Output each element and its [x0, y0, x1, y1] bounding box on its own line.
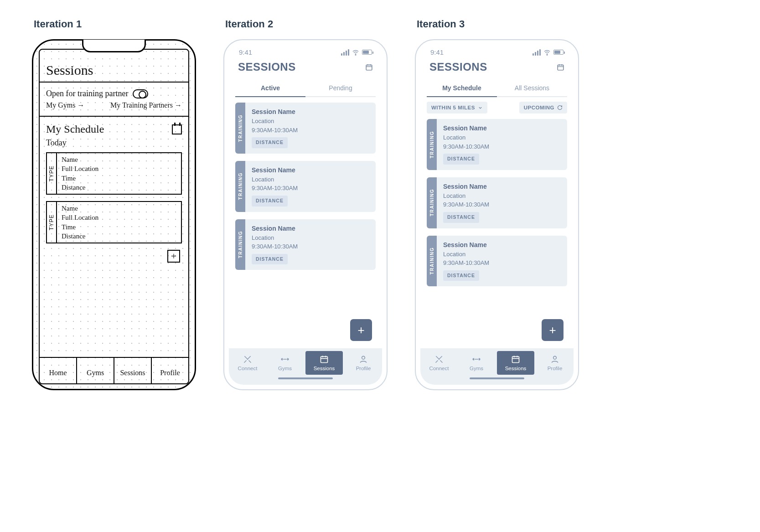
calendar-icon[interactable]: [172, 124, 182, 134]
nav-gyms[interactable]: Gyms: [458, 351, 495, 375]
sketch-card-time: Time: [62, 222, 98, 232]
nav-profile[interactable]: Profile: [345, 351, 382, 375]
phone-iteration-3: 9:41 SESSIONS My Schedule All Sessions W…: [415, 39, 579, 390]
nav-connect-label: Connect: [238, 366, 258, 371]
card-distance: DISTANCE: [443, 212, 479, 223]
nav-sessions[interactable]: Sessions: [497, 351, 534, 375]
battery-icon: [362, 50, 372, 55]
tab-my-schedule[interactable]: My Schedule: [427, 80, 497, 97]
sort-label: UPCOMING: [524, 105, 554, 110]
card-tag: TRAINING: [238, 114, 243, 142]
card-distance: DISTANCE: [252, 196, 288, 207]
nav-sessions-label: Sessions: [314, 366, 335, 371]
svg-rect-5: [558, 65, 564, 70]
sketch-card-location: Full Location: [62, 213, 98, 222]
svg-point-3: [362, 356, 365, 359]
sketch-session-card[interactable]: TYPE Name Full Location Time Distance: [46, 152, 182, 195]
wifi-icon: [543, 49, 551, 56]
card-name: Session Name: [252, 224, 298, 233]
card-distance: DISTANCE: [443, 270, 479, 281]
refresh-icon: [557, 105, 563, 110]
nav-gyms-label: Gyms: [278, 366, 292, 371]
card-tag: TRAINING: [429, 131, 434, 158]
nav-sessions[interactable]: Sessions: [305, 351, 343, 375]
sketch-card-location: Full Location: [62, 164, 98, 173]
sketch-card-distance: Distance: [62, 183, 98, 192]
card-location: Location: [443, 250, 489, 259]
session-card[interactable]: TRAINING Session Name Location 9:30AM-10…: [427, 236, 567, 287]
calendar-icon[interactable]: [365, 63, 373, 71]
sketch-card-tag: TYPE: [48, 214, 55, 230]
signal-icon: [341, 49, 349, 56]
signal-icon: [533, 49, 541, 56]
nav-gyms[interactable]: Gyms: [266, 351, 304, 375]
filter-distance[interactable]: WITHIN 5 MILES: [427, 102, 487, 114]
session-card[interactable]: TRAINING Session Name Location 9:30AM-10…: [235, 161, 376, 212]
sketch-my-gyms-link[interactable]: My Gyms: [46, 101, 84, 109]
session-card[interactable]: TRAINING Session Name Location 9:30AM-10…: [235, 219, 376, 270]
card-time: 9:30AM-10:30AM: [443, 258, 489, 268]
svg-point-7: [553, 356, 557, 359]
sketch-nav-sessions[interactable]: Sessions: [114, 358, 152, 383]
card-tag: TRAINING: [238, 172, 243, 200]
tabbar: Connect Gyms Sessions Profile: [229, 348, 382, 385]
calendar-icon: [511, 355, 520, 364]
sketch-toggle[interactable]: [133, 89, 148, 98]
card-tag: TRAINING: [429, 189, 434, 216]
add-session-button[interactable]: +: [350, 319, 372, 341]
filter-distance-label: WITHIN 5 MILES: [431, 105, 475, 110]
calendar-icon[interactable]: [557, 63, 564, 71]
nav-connect[interactable]: Connect: [229, 351, 266, 375]
status-time: 9:41: [239, 48, 252, 56]
nav-connect[interactable]: Connect: [420, 351, 458, 375]
sketch-card-distance: Distance: [62, 232, 98, 241]
session-card[interactable]: TRAINING Session Name Location 9:30AM-10…: [427, 177, 567, 228]
sketch-nav-gyms[interactable]: Gyms: [77, 358, 114, 383]
card-location: Location: [252, 175, 298, 184]
tab-pending[interactable]: Pending: [305, 80, 376, 97]
nav-profile[interactable]: Profile: [536, 351, 574, 375]
dumbbell-icon: [472, 355, 481, 364]
svg-rect-6: [512, 356, 519, 362]
card-location: Location: [252, 233, 298, 243]
session-card[interactable]: TRAINING Session Name Location 9:30AM-10…: [235, 103, 376, 154]
session-card[interactable]: TRAINING Session Name Location 9:30AM-10…: [427, 119, 567, 170]
swords-icon: [434, 355, 444, 364]
card-time: 9:30AM-10:30AM: [443, 200, 489, 209]
card-name: Session Name: [443, 124, 489, 133]
iteration-3-heading: Iteration 3: [417, 18, 579, 30]
svg-rect-2: [321, 356, 328, 362]
card-time: 9:30AM-10:30AM: [252, 184, 298, 193]
status-bar: 9:41: [229, 45, 382, 57]
card-distance: DISTANCE: [252, 254, 288, 265]
card-name: Session Name: [443, 240, 489, 250]
nav-sessions-label: Sessions: [505, 366, 527, 371]
profile-icon: [550, 355, 559, 364]
card-location: Location: [443, 133, 489, 142]
tab-active[interactable]: Active: [235, 80, 305, 97]
tabbar: Connect Gyms Sessions Profile: [420, 348, 574, 385]
sketch-session-card[interactable]: TYPE Name Full Location Time Distance: [46, 201, 182, 243]
status-bar: 9:41: [420, 45, 574, 57]
card-time: 9:30AM-10:30AM: [252, 126, 298, 135]
add-session-button[interactable]: +: [542, 319, 564, 341]
tab-all-sessions[interactable]: All Sessions: [497, 80, 567, 97]
chevron-down-icon: [478, 105, 483, 110]
sketch-nav-profile[interactable]: Profile: [152, 358, 188, 383]
home-indicator: [278, 377, 333, 379]
card-location: Location: [252, 117, 298, 126]
sketch-title: Sessions: [46, 62, 182, 78]
iteration-2-heading: Iteration 2: [225, 18, 388, 30]
sketch-nav-home[interactable]: Home: [40, 358, 77, 383]
sort-upcoming[interactable]: UPCOMING: [519, 102, 567, 114]
card-tag: TRAINING: [238, 231, 243, 258]
card-distance: DISTANCE: [252, 137, 288, 148]
sketch-card-time: Time: [62, 174, 98, 183]
sketch-add-button[interactable]: +: [167, 250, 180, 263]
status-time: 9:41: [430, 48, 444, 56]
battery-icon: [553, 50, 564, 55]
home-indicator: [470, 377, 524, 379]
dumbbell-icon: [280, 355, 290, 364]
svg-point-4: [547, 54, 548, 55]
sketch-my-partners-link[interactable]: My Training Partners: [110, 101, 182, 109]
